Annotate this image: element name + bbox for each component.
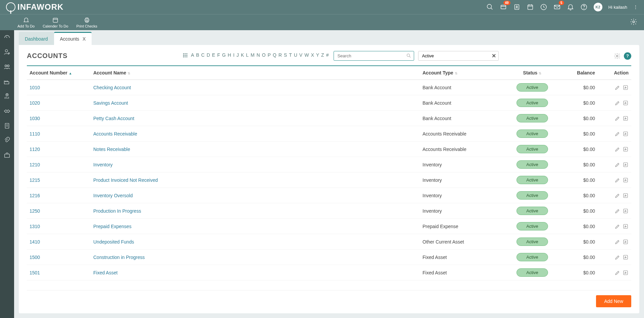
edit-box-icon[interactable] [623, 100, 629, 106]
cell-name[interactable]: Inventory [91, 157, 420, 172]
cell-number[interactable]: 1010 [27, 80, 91, 95]
sidebar-dashboard-icon[interactable] [3, 34, 11, 41]
edit-box-icon[interactable] [623, 239, 629, 245]
cell-number[interactable]: 1250 [27, 203, 91, 219]
cell-number[interactable]: 1501 [27, 265, 91, 280]
edit-box-icon[interactable] [623, 270, 629, 276]
col-account-name[interactable]: Account Name⇅ [91, 66, 420, 80]
cell-number[interactable]: 1500 [27, 250, 91, 265]
tab-dashboard[interactable]: Dashboard [19, 32, 54, 45]
alpha-C[interactable]: C [201, 52, 205, 58]
cell-number[interactable]: 1110 [27, 126, 91, 142]
col-account-type[interactable]: Account Type⇅ [420, 66, 507, 80]
cell-name[interactable]: Construction in Progress [91, 250, 420, 265]
search-input[interactable] [334, 51, 414, 61]
alpha-D[interactable]: D [207, 52, 210, 58]
edit-icon[interactable] [614, 270, 621, 276]
edit-icon[interactable] [614, 115, 621, 121]
cell-name[interactable]: Notes Receivable [91, 142, 420, 157]
cell-name[interactable]: Production In Progress [91, 203, 420, 219]
cell-name[interactable]: Undeposited Funds [91, 234, 420, 250]
edit-icon[interactable] [614, 254, 621, 260]
contacts-icon[interactable] [513, 3, 521, 11]
alpha-#[interactable]: # [326, 52, 329, 58]
alpha-T[interactable]: T [289, 52, 292, 58]
edit-icon[interactable] [614, 208, 621, 214]
alpha-M[interactable]: M [251, 52, 255, 58]
sidebar-money-icon[interactable] [3, 93, 11, 100]
notification-icon[interactable]: 49 [500, 3, 507, 11]
edit-icon[interactable] [614, 223, 621, 229]
alpha-H[interactable]: H [228, 52, 231, 58]
alpha-G[interactable]: G [222, 52, 226, 58]
cell-name[interactable]: Inventory Oversold [91, 188, 420, 203]
alpha-Z[interactable]: Z [321, 52, 324, 58]
alpha-Q[interactable]: Q [273, 52, 277, 58]
filter-input[interactable] [418, 51, 499, 61]
filter-clear-icon[interactable]: ✕ [492, 53, 496, 59]
alpha-U[interactable]: U [294, 52, 297, 58]
cell-number[interactable]: 1120 [27, 142, 91, 157]
add-todo-button[interactable]: Add To Do [17, 17, 35, 28]
cell-number[interactable]: 1030 [27, 111, 91, 126]
sidebar-user-icon[interactable] [3, 48, 11, 56]
edit-box-icon[interactable] [623, 208, 629, 214]
cell-name[interactable]: Product Invoiced Not Received [91, 172, 420, 188]
alpha-I[interactable]: I [233, 52, 235, 58]
alpha-L[interactable]: L [246, 52, 249, 58]
more-menu-icon[interactable]: ⋮ [633, 4, 638, 10]
alpha-S[interactable]: S [284, 52, 287, 58]
sidebar-attachment-icon[interactable] [3, 137, 11, 144]
cell-number[interactable]: 1020 [27, 95, 91, 111]
list-view-icon[interactable] [183, 52, 189, 59]
alpha-F[interactable]: F [217, 52, 220, 58]
cell-name[interactable]: Prepaid Expenses [91, 219, 420, 234]
alpha-J[interactable]: J [237, 52, 239, 58]
calendar-todo-button[interactable]: Calender To Do [43, 17, 68, 28]
bell-icon[interactable] [567, 3, 574, 11]
search-icon[interactable] [486, 3, 494, 11]
cell-name[interactable]: Checking Account [91, 80, 420, 95]
alpha-V[interactable]: V [299, 52, 302, 58]
col-status[interactable]: Status⇅ [507, 66, 557, 80]
alpha-O[interactable]: O [262, 52, 266, 58]
cell-number[interactable]: 1215 [27, 172, 91, 188]
edit-icon[interactable] [614, 193, 621, 199]
sidebar-users-icon[interactable] [3, 63, 11, 70]
edit-icon[interactable] [614, 100, 621, 106]
edit-box-icon[interactable] [623, 146, 629, 152]
alpha-R[interactable]: R [279, 52, 282, 58]
edit-box-icon[interactable] [623, 162, 629, 168]
print-checks-button[interactable]: Print Checks [76, 17, 97, 28]
edit-icon[interactable] [614, 85, 621, 91]
col-balance[interactable]: Balance [557, 66, 598, 80]
panel-help-icon[interactable]: ? [624, 52, 631, 60]
calendar-icon[interactable] [527, 3, 534, 11]
alpha-E[interactable]: E [212, 52, 215, 58]
edit-box-icon[interactable] [623, 254, 629, 260]
tab-accounts[interactable]: Accounts X [54, 32, 92, 45]
sidebar-factory-icon[interactable] [3, 78, 11, 85]
mail-icon[interactable]: 5 [553, 3, 561, 11]
cell-name[interactable]: Savings Account [91, 95, 420, 111]
edit-icon[interactable] [614, 177, 621, 183]
alpha-W[interactable]: W [304, 52, 309, 58]
help-icon[interactable] [580, 3, 588, 11]
alpha-N[interactable]: N [256, 52, 260, 58]
cell-name[interactable]: Petty Cash Account [91, 111, 420, 126]
avatar[interactable]: K2 [594, 3, 602, 11]
edit-icon[interactable] [614, 162, 621, 168]
alpha-P[interactable]: P [267, 52, 270, 58]
sidebar-briefcase-icon[interactable] [3, 152, 11, 159]
edit-box-icon[interactable] [623, 115, 629, 121]
cell-name[interactable]: Accounts Receivable [91, 126, 420, 142]
edit-box-icon[interactable] [623, 193, 629, 199]
add-new-button[interactable]: Add New [596, 295, 631, 307]
edit-icon[interactable] [614, 131, 621, 137]
cell-name[interactable]: Fixed Asset [91, 265, 420, 280]
table-settings-icon[interactable] [614, 53, 621, 59]
alpha-X[interactable]: X [311, 52, 314, 58]
alpha-Y[interactable]: Y [316, 52, 319, 58]
sidebar-receipt-icon[interactable] [3, 122, 11, 129]
clock-icon[interactable] [540, 3, 547, 11]
